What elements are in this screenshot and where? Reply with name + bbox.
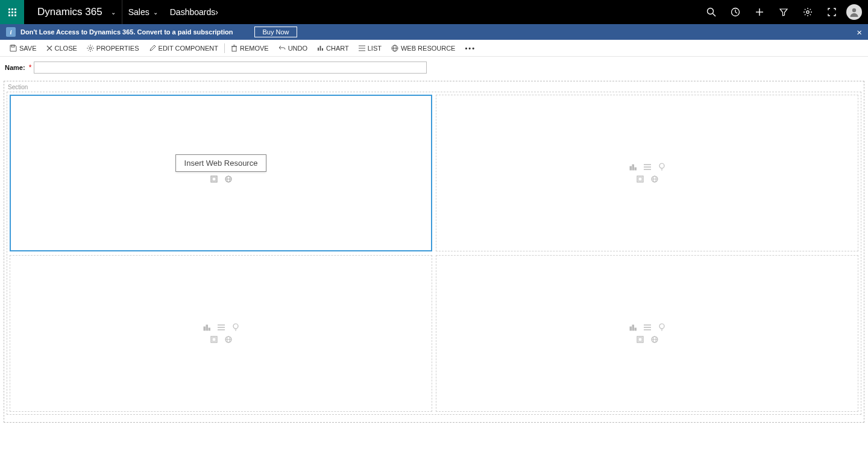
new-button[interactable] bbox=[747, 0, 772, 24]
insert-iframe-button[interactable] bbox=[210, 175, 218, 183]
insert-list-button[interactable] bbox=[217, 323, 225, 332]
insert-iframe-button[interactable] bbox=[636, 175, 644, 183]
iframe-icon bbox=[637, 175, 644, 183]
waffle-icon bbox=[8, 8, 16, 16]
plus-icon bbox=[755, 8, 764, 16]
svg-point-6 bbox=[807, 11, 809, 13]
svg-rect-12 bbox=[232, 46, 236, 51]
iframe-icon bbox=[210, 336, 218, 343]
insert-iframe-button[interactable] bbox=[636, 335, 644, 344]
dashboard-cell-2[interactable] bbox=[436, 95, 858, 251]
buy-now-button[interactable]: Buy Now bbox=[254, 27, 297, 37]
list-icon bbox=[218, 324, 225, 330]
section: Insert Web Resource bbox=[7, 92, 861, 415]
dashboard-cell-1[interactable]: Insert Web Resource bbox=[10, 95, 432, 251]
save-button[interactable]: SAVE bbox=[5, 40, 42, 56]
gear-icon bbox=[803, 7, 813, 17]
edit-icon bbox=[149, 45, 156, 52]
breadcrumb-label: Dashboards bbox=[170, 7, 216, 17]
insert-list-button[interactable] bbox=[643, 163, 652, 171]
svg-line-1 bbox=[713, 14, 716, 17]
remove-button[interactable]: REMOVE bbox=[226, 40, 274, 56]
dashboard-canvas: Section Insert Web Resource bbox=[4, 81, 864, 423]
svg-rect-36 bbox=[630, 166, 632, 170]
svg-point-11 bbox=[89, 47, 92, 49]
search-button[interactable] bbox=[699, 0, 723, 24]
properties-button[interactable]: PROPERTIES bbox=[82, 40, 144, 56]
svg-point-70 bbox=[659, 324, 664, 329]
brand-menu[interactable]: Dynamics 365 ⌄ bbox=[24, 0, 122, 24]
insert-insights-button[interactable] bbox=[658, 323, 666, 332]
svg-rect-16 bbox=[320, 46, 321, 51]
svg-rect-65 bbox=[632, 325, 634, 330]
insert-web-resource-button[interactable] bbox=[650, 175, 659, 183]
tooltip-insert-web-resource: Insert Web Resource bbox=[175, 154, 267, 172]
insert-web-resource-button[interactable] bbox=[224, 175, 233, 183]
notice-text: Don't Lose Access to Dynamics 365. Conve… bbox=[20, 28, 233, 36]
insert-insights-button[interactable] bbox=[658, 163, 666, 171]
settings-button[interactable] bbox=[796, 0, 820, 24]
svg-rect-52 bbox=[209, 328, 210, 330]
app-menu[interactable]: Sales ⌄ bbox=[122, 0, 164, 24]
name-bar: Name: * bbox=[0, 57, 868, 77]
globe-icon bbox=[225, 175, 232, 183]
globe-icon bbox=[225, 336, 232, 343]
dashboard-cell-4[interactable] bbox=[436, 255, 858, 412]
chart-icon bbox=[317, 45, 324, 51]
web-resource-button[interactable]: WEB RESOURCE bbox=[386, 40, 460, 56]
close-icon bbox=[46, 45, 52, 51]
more-commands-button[interactable]: ••• bbox=[460, 45, 480, 52]
svg-rect-46 bbox=[638, 177, 642, 181]
command-bar: SAVE CLOSE PROPERTIES EDIT COMPONENT REM… bbox=[0, 40, 868, 57]
bulb-icon bbox=[659, 323, 665, 332]
insert-insights-button[interactable] bbox=[231, 323, 240, 332]
edit-component-button[interactable]: EDIT COMPONENT bbox=[144, 40, 223, 56]
dashboard-name-input[interactable] bbox=[34, 62, 427, 74]
insert-chart-button[interactable] bbox=[629, 163, 637, 171]
svg-point-42 bbox=[659, 163, 664, 168]
recent-button[interactable] bbox=[723, 0, 747, 24]
list-icon bbox=[644, 164, 651, 170]
insert-list-button[interactable] bbox=[643, 323, 652, 332]
svg-rect-64 bbox=[630, 327, 632, 330]
chart-button[interactable]: CHART bbox=[312, 40, 354, 56]
cell-insert-icons bbox=[203, 323, 240, 344]
undo-icon bbox=[278, 45, 286, 51]
user-avatar[interactable] bbox=[846, 4, 862, 20]
list-icon bbox=[359, 45, 365, 51]
iframe-icon bbox=[210, 175, 218, 183]
insert-iframe-button[interactable] bbox=[210, 335, 218, 344]
svg-point-0 bbox=[708, 8, 714, 14]
svg-rect-8 bbox=[11, 45, 14, 47]
search-icon bbox=[706, 7, 716, 17]
undo-button[interactable]: UNDO bbox=[274, 40, 312, 56]
close-notice-button[interactable]: × bbox=[857, 27, 862, 37]
globe-icon bbox=[651, 175, 658, 183]
filter-button[interactable] bbox=[772, 0, 796, 24]
globe-icon bbox=[651, 336, 658, 343]
svg-rect-38 bbox=[635, 168, 637, 170]
ellipsis-icon: ••• bbox=[465, 45, 476, 52]
app-launcher-button[interactable] bbox=[0, 0, 24, 24]
svg-marker-5 bbox=[780, 9, 787, 16]
info-icon: i bbox=[6, 27, 16, 37]
close-icon: × bbox=[857, 27, 862, 37]
insert-chart-button[interactable] bbox=[629, 323, 637, 332]
svg-rect-66 bbox=[635, 328, 637, 330]
chevron-right-icon: › bbox=[215, 7, 218, 17]
gear-icon bbox=[87, 45, 94, 52]
breadcrumb[interactable]: Dashboards › bbox=[164, 0, 224, 24]
insert-chart-button[interactable] bbox=[203, 323, 211, 332]
list-icon bbox=[644, 324, 651, 330]
insert-web-resource-button[interactable] bbox=[224, 335, 233, 344]
bulb-icon bbox=[233, 323, 239, 332]
svg-rect-32 bbox=[212, 177, 216, 181]
list-button[interactable]: LIST bbox=[354, 40, 386, 56]
expand-icon bbox=[828, 8, 836, 16]
svg-rect-74 bbox=[638, 338, 642, 341]
fullscreen-button[interactable] bbox=[820, 0, 844, 24]
dashboard-cell-3[interactable] bbox=[10, 255, 432, 412]
close-button[interactable]: CLOSE bbox=[42, 40, 82, 56]
required-indicator: * bbox=[29, 63, 32, 72]
insert-web-resource-button[interactable] bbox=[650, 335, 659, 344]
